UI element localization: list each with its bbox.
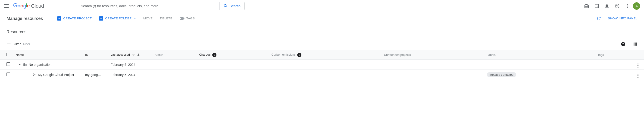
row-carbon: — [269, 70, 381, 80]
col-unattended[interactable]: Unattended projects [381, 50, 484, 60]
svg-point-0 [33, 73, 34, 75]
col-id[interactable]: ID [82, 50, 108, 60]
gift-icon[interactable] [582, 1, 591, 11]
google-logo-icon [13, 3, 30, 9]
row-id: my-goog… [82, 70, 108, 80]
add-folder-icon [99, 16, 103, 20]
resources-table: Name ID Last accessed Status Charges ? C… [0, 50, 644, 80]
filter-input[interactable] [23, 42, 619, 46]
expand-caret-icon[interactable] [18, 64, 21, 65]
hamburger-menu-icon[interactable] [4, 3, 9, 9]
row-status [152, 60, 196, 70]
table-row: My Google Cloud Project my-goog… Februar… [0, 70, 644, 80]
col-charges[interactable]: Charges ? [196, 50, 268, 60]
row-unattended: — [381, 60, 484, 70]
search-button[interactable]: Search [220, 2, 244, 10]
row-checkbox[interactable] [6, 73, 10, 76]
page-title: Manage resources [6, 16, 43, 21]
filter-list-icon [6, 42, 11, 46]
row-last-accessed: February 5, 2024 [108, 60, 152, 70]
cloud-shell-icon[interactable] [592, 1, 602, 11]
notifications-icon[interactable] [602, 1, 612, 11]
row-tags: — [595, 70, 632, 80]
label-chip[interactable]: firebase : enabled [487, 72, 516, 77]
carbon-help-icon[interactable]: ? [297, 53, 302, 57]
avatar[interactable]: A [633, 2, 640, 10]
search-bar: Search [78, 2, 244, 10]
row-more-icon[interactable] [638, 63, 638, 68]
col-tags[interactable]: Tags [595, 50, 632, 60]
row-name[interactable]: No organization [29, 63, 52, 67]
table-header-row: Name ID Last accessed Status Charges ? C… [0, 50, 644, 60]
refresh-icon[interactable] [596, 16, 602, 21]
help-icon[interactable] [612, 1, 622, 11]
col-carbon[interactable]: Carbon emissions ? [269, 50, 381, 60]
tag-icon [180, 17, 184, 20]
filter-row: Filter ? [6, 41, 638, 50]
chevron-down-icon [134, 18, 136, 19]
filter-label: Filter [14, 42, 20, 46]
create-project-button[interactable]: CREATE PROJECT [57, 16, 92, 20]
create-folder-button[interactable]: CREATE FOLDER [99, 16, 136, 20]
search-input[interactable] [81, 4, 217, 8]
add-box-icon [57, 16, 61, 20]
col-last-accessed-label: Last accessed [111, 53, 130, 56]
row-charges [196, 60, 268, 70]
show-info-panel-button[interactable]: SHOW INFO PANEL [608, 17, 638, 20]
tags-label: TAGS [186, 17, 195, 20]
row-unattended: — [381, 70, 484, 80]
row-status [152, 70, 196, 80]
row-labels [484, 60, 595, 70]
move-button[interactable]: MOVE [143, 17, 152, 20]
columns-icon[interactable] [633, 42, 638, 46]
select-all-checkbox[interactable] [6, 53, 10, 56]
charges-help-icon[interactable]: ? [212, 53, 216, 57]
section-title: Resources [6, 29, 638, 34]
tags-button[interactable]: TAGS [180, 17, 195, 20]
row-name[interactable]: My Google Cloud Project [38, 73, 74, 77]
col-name[interactable]: Name [13, 50, 82, 60]
table-row: No organization February 5, 2024 — — [0, 60, 644, 70]
org-icon [23, 63, 27, 67]
delete-button[interactable]: DELETE [160, 17, 172, 20]
row-last-accessed: February 5, 2024 [108, 70, 152, 80]
col-labels[interactable]: Labels [484, 50, 595, 60]
col-last-accessed[interactable]: Last accessed [108, 50, 152, 60]
create-project-label: CREATE PROJECT [63, 17, 92, 20]
svg-point-2 [34, 74, 36, 75]
col-carbon-label: Carbon emissions [272, 53, 296, 56]
google-cloud-logo[interactable]: Cloud [13, 3, 44, 9]
action-toolbar: Manage resources CREATE PROJECT CREATE F… [0, 12, 644, 25]
project-icon [32, 73, 36, 77]
col-status[interactable]: Status [152, 50, 196, 60]
row-checkbox[interactable] [6, 62, 10, 66]
row-charges [196, 70, 268, 80]
search-icon [224, 4, 228, 8]
row-id [82, 60, 108, 70]
search-button-label: Search [230, 4, 240, 8]
more-vert-icon[interactable] [623, 1, 632, 11]
row-tags: — [595, 60, 632, 70]
row-more-icon[interactable] [638, 74, 638, 78]
filter-help-icon[interactable]: ? [621, 42, 625, 46]
col-charges-label: Charges [199, 53, 210, 56]
svg-point-1 [33, 75, 34, 76]
top-header: Cloud Search A [0, 0, 644, 12]
filter-small-icon [132, 53, 136, 57]
arrow-down-icon [136, 53, 140, 57]
row-labels: firebase : enabled [484, 70, 595, 80]
divider [629, 41, 629, 47]
row-carbon [269, 60, 381, 70]
create-folder-label: CREATE FOLDER [105, 17, 132, 20]
cloud-text: Cloud [31, 3, 44, 9]
